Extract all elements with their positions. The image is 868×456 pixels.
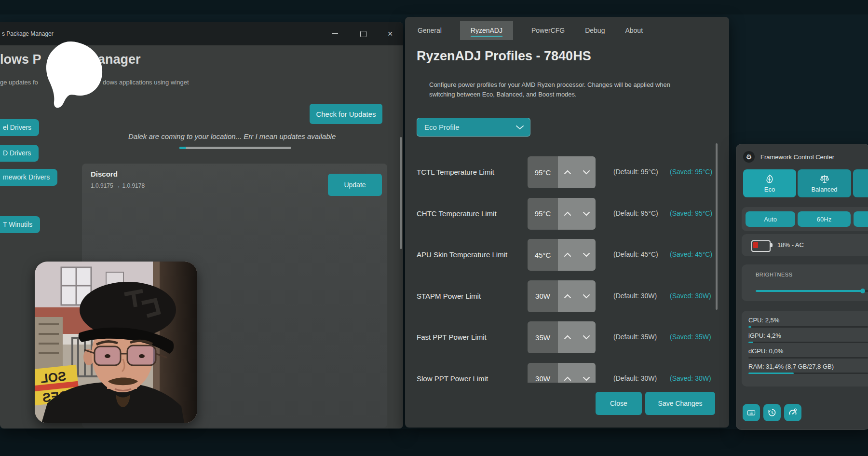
save-changes-button[interactable]: Save Changes — [645, 392, 715, 415]
settings-tabs: General RyzenADJ PowerCFG Debug About — [416, 19, 645, 41]
battery-fill — [753, 242, 758, 248]
side-nav-button[interactable]: D Drivers — [0, 145, 39, 162]
gear-icon: ⚙ — [743, 151, 755, 163]
settings-tab-label: General — [418, 27, 442, 34]
close-window-button[interactable]: ✕ — [382, 22, 398, 45]
spinner-decrease-button[interactable] — [577, 321, 596, 353]
setting-saved-value: (Saved: 35W) — [670, 317, 711, 358]
setting-default-value: (Default: 45°C) — [613, 234, 658, 276]
spinner-increase-button[interactable] — [558, 156, 577, 188]
brightness-card: BRIGHTNESS — [742, 264, 868, 301]
spinner-value: 35W — [528, 321, 558, 353]
desktop-top-band — [0, 0, 868, 14]
boost-mode-button-cutoff[interactable] — [853, 169, 868, 197]
spinner-value: 95°C — [528, 198, 558, 230]
spinner-increase-button[interactable] — [558, 363, 577, 383]
side-nav-button-label: D Drivers — [3, 149, 31, 157]
spinner-increase-button[interactable] — [558, 280, 577, 312]
refresh-60hz-button[interactable]: 60Hz — [798, 211, 851, 227]
keyboard-settings-button[interactable] — [743, 404, 760, 421]
setting-saved-value: (Saved: 95°C) — [670, 193, 712, 235]
close-icon: ✕ — [387, 30, 393, 38]
spinner-decrease-button[interactable] — [577, 363, 596, 383]
maximize-button[interactable] — [355, 22, 371, 45]
spinner-value: 30W — [528, 280, 558, 312]
webcam-overlay-photo: SOL DES — [35, 262, 197, 423]
history-clock-icon — [767, 408, 777, 417]
system-stat-label: iGPU: 4,2% — [748, 332, 868, 339]
spinner-decrease-button[interactable] — [577, 239, 596, 271]
side-nav-button-label: mework Drivers — [3, 173, 50, 181]
chevron-down-icon — [583, 376, 590, 381]
settings-tab-label: About — [625, 27, 643, 34]
system-stat-fill — [748, 326, 751, 328]
setting-saved-value: (Saved: 95°C) — [670, 152, 712, 193]
setting-row: Fast PPT Power Limit 35W (Default: 35W) … — [405, 317, 719, 358]
history-restore-button[interactable] — [763, 404, 781, 421]
setting-label: Slow PPT Power Limit — [417, 358, 488, 383]
side-nav-button[interactable]: T Winutils — [0, 216, 40, 233]
spinner-increase-button[interactable] — [558, 198, 577, 230]
refresh-third-button-cutoff[interactable] — [854, 211, 868, 227]
spinner-value: 30W — [528, 363, 558, 383]
brightness-slider-handle[interactable] — [860, 289, 865, 293]
profile-dropdown[interactable]: Eco Profile — [417, 118, 530, 137]
package-name: Discord — [91, 170, 118, 178]
spinner-decrease-button[interactable] — [577, 156, 596, 188]
check-for-updates-button[interactable]: Check for Updates — [310, 104, 382, 124]
spinner-decrease-button[interactable] — [577, 280, 596, 312]
eco-mode-button[interactable]: Eco — [743, 169, 796, 197]
settings-tab[interactable]: General — [416, 21, 444, 40]
setting-label: CHTC Temperature Limit — [417, 193, 497, 235]
chevron-down-icon — [583, 335, 590, 340]
profile-dropdown-value: Eco Profile — [424, 123, 515, 131]
brightness-slider[interactable] — [756, 290, 868, 292]
system-stat-label: dGPU: 0,0% — [748, 347, 868, 355]
system-stat-row: iGPU: 4,2% — [748, 332, 868, 343]
system-stats-card: CPU: 2,5% iGPU: 4,2% dGPU: 0,0% RAM: 31,… — [742, 311, 868, 387]
update-package-button[interactable]: Update — [328, 174, 382, 196]
settings-tab[interactable]: Debug — [583, 21, 607, 40]
side-nav-button[interactable]: el Drivers — [0, 119, 39, 136]
refresh-auto-button[interactable]: Auto — [746, 211, 795, 227]
setting-default-value: (Default: 95°C) — [613, 152, 658, 193]
side-nav-button-label: el Drivers — [3, 124, 31, 131]
spinner-decrease-button[interactable] — [577, 198, 596, 230]
chevron-up-icon — [564, 170, 571, 175]
battery-icon-nub — [771, 243, 773, 247]
value-spinner: 30W — [528, 280, 596, 312]
page-title-left-part: lows P — [0, 52, 41, 67]
settings-tab-label: PowerCFG — [531, 27, 565, 34]
white-blob-sticker — [38, 41, 105, 108]
value-spinner: 95°C — [528, 156, 596, 188]
settings-tab[interactable]: PowerCFG — [529, 21, 567, 40]
system-stat-fill — [748, 342, 753, 343]
settings-tab[interactable]: About — [623, 21, 645, 40]
setting-row: TCTL Temperature Limit 95°C (Default: 95… — [405, 152, 719, 193]
chevron-down-icon — [583, 252, 590, 257]
side-nav-button-label: T Winutils — [3, 221, 32, 228]
settings-rows-viewport: TCTL Temperature Limit 95°C (Default: 95… — [405, 152, 719, 383]
settings-tab[interactable]: RyzenADJ — [460, 21, 513, 40]
chevron-up-icon — [564, 252, 571, 257]
package-manager-scrollbar[interactable] — [400, 137, 402, 249]
balanced-label: Balanced — [811, 186, 837, 193]
spinner-value: 45°C — [528, 239, 558, 271]
setting-label: APU Skin Temperature Limit — [417, 234, 507, 276]
scales-icon — [819, 174, 830, 184]
settings-tab-label: Debug — [585, 27, 605, 34]
setting-default-value: (Default: 35W) — [613, 317, 657, 358]
settings-scrollbar[interactable] — [716, 143, 718, 310]
spinner-increase-button[interactable] — [558, 239, 577, 271]
system-stat-label: CPU: 2,5% — [748, 317, 868, 324]
page-subtitle-right-part: dows applications using winget — [103, 79, 189, 86]
side-nav-button[interactable]: mework Drivers — [0, 169, 57, 186]
system-stat-fill — [748, 373, 794, 374]
minimize-icon — [332, 33, 338, 34]
battery-card: 18% - AC — [742, 234, 868, 256]
performance-gauge-button[interactable] — [784, 404, 801, 421]
minimize-button[interactable] — [327, 22, 343, 45]
balanced-mode-button[interactable]: Balanced — [798, 169, 851, 197]
spinner-increase-button[interactable] — [558, 321, 577, 353]
close-button[interactable]: Close — [596, 392, 642, 415]
